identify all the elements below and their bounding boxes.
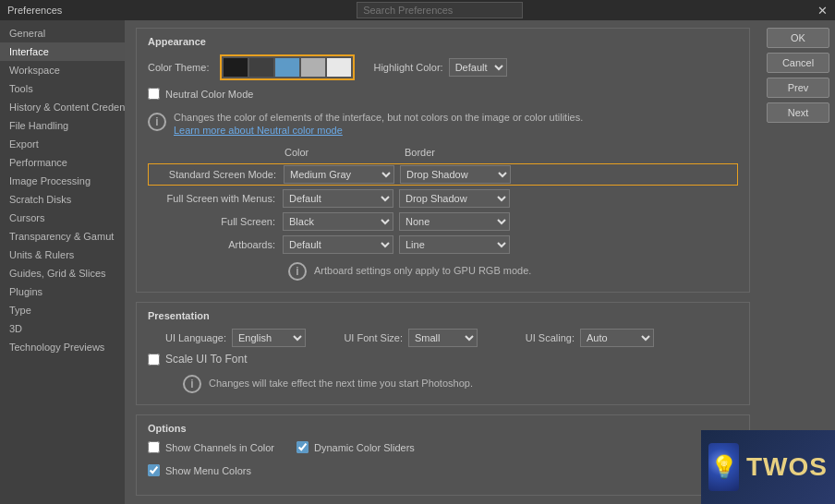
- sidebar-item-guides-grid--slices[interactable]: Guides, Grid & Slices: [0, 264, 125, 282]
- info-text: Changes the color of elements of the int…: [174, 111, 583, 125]
- ui-scaling-row: UI Scaling: Auto100%150%200%: [496, 329, 654, 347]
- show-channels-label: Show Channels in Color: [165, 442, 274, 453]
- prev-button[interactable]: Prev: [767, 78, 829, 98]
- border-select-0[interactable]: Drop ShadowNoneLine: [400, 165, 511, 184]
- presentation-grid: UI Language: EnglishFrenchGermanSpanishJ…: [148, 329, 738, 366]
- ui-font-size-label: UI Font Size:: [324, 332, 403, 343]
- color-col-header: Color: [284, 147, 405, 158]
- info-content: Changes the color of elements of the int…: [174, 111, 583, 136]
- sidebar-item-file-handling[interactable]: File Handling: [0, 116, 125, 135]
- color-theme-row: Color Theme: Highlight Color: DefaultBlu…: [148, 54, 738, 80]
- sidebar-item-transparency--gamut[interactable]: Transparency & Gamut: [0, 227, 125, 246]
- artboard-info-text: Artboard settings only apply to GPU RGB …: [314, 264, 531, 278]
- title-bar: Preferences ✕: [0, 0, 835, 20]
- scale-ui-label: Scale UI To Font: [165, 353, 248, 366]
- neutral-info-box: i Changes the color of elements of the i…: [148, 107, 738, 139]
- neutral-color-row: Neutral Color Mode: [148, 88, 738, 100]
- artboard-info-icon: i: [288, 262, 307, 281]
- screen-mode-row-0: Standard Screen Mode:Medium GrayDefaultB…: [148, 163, 738, 186]
- neutral-color-checkbox[interactable]: [148, 88, 160, 100]
- screen-mode-label-0: Standard Screen Mode:: [150, 169, 284, 180]
- scale-ui-checkbox[interactable]: [148, 354, 160, 366]
- sidebar-item-type[interactable]: Type: [0, 301, 125, 319]
- ui-language-select[interactable]: EnglishFrenchGermanSpanishJapanese: [232, 329, 306, 347]
- watermark-text: TWOS: [746, 452, 828, 482]
- options-row-1: Show Channels in Color Dynamic Color Sli…: [148, 441, 738, 461]
- appearance-section: Appearance Color Theme: Highlight Color:…: [136, 28, 750, 293]
- neutral-color-label: Neutral Color Mode: [165, 89, 253, 100]
- screen-mode-row-2: Full Screen:Medium GrayDefaultBlackWhite…: [148, 211, 738, 232]
- sidebar-item-tools[interactable]: Tools: [0, 79, 125, 98]
- ui-language-row: UI Language: EnglishFrenchGermanSpanishJ…: [148, 329, 306, 347]
- ui-scaling-select[interactable]: Auto100%150%200%: [580, 329, 654, 347]
- highlight-color-select[interactable]: DefaultBlueGreenRedOrange: [449, 58, 507, 77]
- sidebar-item-history--content-credentials[interactable]: History & Content Credentials: [0, 98, 125, 116]
- search-bar[interactable]: [357, 2, 523, 18]
- border-select-1[interactable]: Drop ShadowNoneLine: [399, 189, 510, 208]
- color-select-3[interactable]: Medium GrayDefaultBlackWhiteDark GrayLig…: [283, 235, 393, 254]
- highlight-color-row: Highlight Color: DefaultBlueGreenRedOran…: [373, 58, 506, 77]
- dynamic-color-checkbox[interactable]: [296, 441, 309, 453]
- show-channels-checkbox[interactable]: [148, 441, 160, 453]
- swatch-white[interactable]: [327, 58, 351, 77]
- sidebar-item-scratch-disks[interactable]: Scratch Disks: [0, 190, 125, 209]
- swatches-container: [220, 54, 355, 80]
- color-select-0[interactable]: Medium GrayDefaultBlackWhiteDark GrayLig…: [284, 165, 394, 184]
- presentation-section: Presentation UI Language: EnglishFrenchG…: [136, 302, 750, 405]
- swatch-selected[interactable]: [275, 58, 299, 77]
- show-menu-checkbox[interactable]: [148, 464, 160, 476]
- highlight-color-label: Highlight Color:: [373, 62, 442, 73]
- sidebar-item-export[interactable]: Export: [0, 135, 125, 153]
- screen-mode-label-2: Full Screen:: [149, 216, 283, 227]
- sidebar-item-general[interactable]: General: [0, 24, 125, 42]
- options-label: Options: [148, 423, 738, 434]
- sidebar-item-technology-previews[interactable]: Technology Previews: [0, 338, 125, 356]
- watermark-logo: 💡: [708, 443, 739, 491]
- search-input[interactable]: [357, 2, 523, 18]
- show-menu-label: Show Menu Colors: [165, 465, 251, 476]
- changes-info-text: Changes will take effect the next time y…: [209, 377, 473, 390]
- options-section: Options Show Channels in Color Dynamic C…: [136, 414, 750, 496]
- sidebar-item-interface[interactable]: Interface: [0, 42, 125, 61]
- col-headers: Color Border: [284, 147, 738, 158]
- changes-info: i Changes will take effect the next time…: [148, 373, 738, 393]
- changes-info-icon: i: [183, 375, 201, 393]
- dynamic-color-label: Dynamic Color Sliders: [314, 442, 415, 453]
- close-button[interactable]: ✕: [817, 5, 828, 17]
- cancel-button[interactable]: Cancel: [767, 53, 829, 73]
- screen-mode-label-3: Artboards:: [149, 239, 283, 250]
- border-select-3[interactable]: Drop ShadowNoneLine: [399, 235, 510, 254]
- sidebar-item-units--rulers[interactable]: Units & Rulers: [0, 246, 125, 264]
- sidebar-item-plugins[interactable]: Plugins: [0, 282, 125, 301]
- options-grid: Show Channels in Color Dynamic Color Sli…: [148, 441, 738, 484]
- swatch-light-gray[interactable]: [301, 58, 325, 77]
- screen-mode-row-1: Full Screen with Menus:Medium GrayDefaul…: [148, 188, 738, 209]
- color-theme-label: Color Theme:: [148, 62, 209, 73]
- content-area: Appearance Color Theme: Highlight Color:…: [125, 20, 761, 504]
- artboard-info: i Artboard settings only apply to GPU RG…: [148, 260, 738, 281]
- info-icon: i: [148, 113, 166, 131]
- color-select-1[interactable]: Medium GrayDefaultBlackWhiteDark GrayLig…: [283, 189, 393, 208]
- swatch-dark[interactable]: [224, 58, 248, 77]
- ok-button[interactable]: OK: [767, 28, 829, 48]
- color-select-2[interactable]: Medium GrayDefaultBlackWhiteDark GrayLig…: [283, 212, 393, 231]
- ui-font-size-select[interactable]: SmallMediumLarge: [408, 329, 478, 347]
- sidebar-item-workspace[interactable]: Workspace: [0, 61, 125, 79]
- watermark: 💡 TWOS: [701, 430, 835, 504]
- appearance-label: Appearance: [148, 36, 738, 47]
- sidebar-item-performance[interactable]: Performance: [0, 153, 125, 172]
- ui-language-label: UI Language:: [148, 332, 226, 343]
- swatch-medium-dark[interactable]: [249, 58, 273, 77]
- border-select-2[interactable]: Drop ShadowNoneLine: [399, 212, 510, 231]
- info-link[interactable]: Learn more about Neutral color mode: [174, 125, 583, 136]
- window-title: Preferences: [7, 5, 62, 16]
- border-col-header: Border: [405, 147, 525, 158]
- sidebar-item-image-processing[interactable]: Image Processing: [0, 172, 125, 190]
- ui-font-size-row: UI Font Size: SmallMediumLarge: [324, 329, 478, 347]
- sidebar-item-3d[interactable]: 3D: [0, 319, 125, 338]
- presentation-label: Presentation: [148, 310, 738, 321]
- sidebar: GeneralInterfaceWorkspaceToolsHistory & …: [0, 20, 125, 504]
- sidebar-item-cursors[interactable]: Cursors: [0, 209, 125, 227]
- scale-ui-row: Scale UI To Font: [148, 353, 248, 366]
- next-button[interactable]: Next: [767, 102, 829, 123]
